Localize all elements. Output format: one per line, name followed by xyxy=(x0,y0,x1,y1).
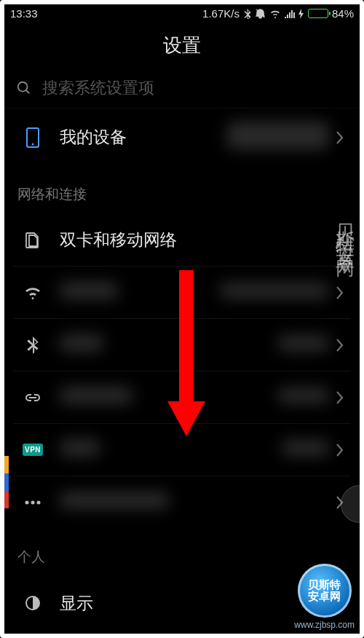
bluetooth-icon xyxy=(243,9,251,19)
brightness-icon xyxy=(16,595,50,611)
link-icon xyxy=(16,393,50,403)
chevron-right-icon xyxy=(329,131,345,144)
row-value xyxy=(278,335,329,355)
page-title: 设置 xyxy=(4,23,360,71)
svg-point-0 xyxy=(18,82,28,92)
wifi-icon xyxy=(269,9,281,18)
charging-icon xyxy=(298,9,304,19)
section-network: 网络和连接 xyxy=(4,166,360,214)
row-bluetooth[interactable] xyxy=(13,319,351,371)
decoration xyxy=(4,456,9,473)
svg-point-4 xyxy=(31,501,35,505)
chevron-right-icon xyxy=(329,444,345,457)
row-label: 显示 xyxy=(50,592,329,615)
phone-icon xyxy=(16,127,50,148)
chevron-right-icon xyxy=(329,286,345,299)
chevron-right-icon xyxy=(329,339,345,352)
status-right: 1.67K/s 84% xyxy=(202,7,354,20)
row-label: 我的设备 xyxy=(50,126,227,149)
more-icon xyxy=(16,500,50,505)
chevron-right-icon xyxy=(329,234,345,247)
row-sim-cards[interactable]: 双卡和移动网络 xyxy=(13,214,351,267)
status-bar: 13:33 1.67K/s 84% xyxy=(4,4,360,23)
row-my-device[interactable]: 我的设备 xyxy=(13,109,351,166)
row-hotspot[interactable] xyxy=(13,371,351,424)
row-vpn[interactable]: VPN xyxy=(13,424,351,476)
svg-point-5 xyxy=(37,501,41,505)
dnd-icon xyxy=(255,8,266,19)
row-more-connectivity[interactable] xyxy=(13,476,351,529)
vpn-icon: VPN xyxy=(16,444,50,456)
row-label xyxy=(50,334,278,356)
row-display[interactable]: 显示 xyxy=(13,577,351,629)
row-label xyxy=(50,439,282,461)
decoration xyxy=(4,473,9,491)
section-personal: 个人 xyxy=(4,529,360,577)
chevron-right-icon xyxy=(329,391,345,404)
row-label: 双卡和移动网络 xyxy=(50,229,329,251)
chevron-right-icon xyxy=(329,596,345,610)
row-label xyxy=(50,387,278,409)
sim-icon xyxy=(16,232,50,249)
bluetooth-icon xyxy=(16,336,50,354)
search-input[interactable] xyxy=(42,79,348,98)
row-label xyxy=(50,492,329,513)
row-value xyxy=(282,440,329,460)
search-bar[interactable] xyxy=(4,71,360,109)
status-time: 13:33 xyxy=(10,7,38,20)
svg-point-3 xyxy=(25,501,29,505)
row-value xyxy=(220,283,329,302)
decoration xyxy=(4,491,9,508)
row-wlan[interactable] xyxy=(13,267,351,319)
wifi-icon xyxy=(16,286,50,299)
search-icon xyxy=(16,80,32,96)
signal-icon xyxy=(285,9,295,18)
row-value xyxy=(227,122,329,153)
battery-percent: 84% xyxy=(332,7,354,20)
row-value xyxy=(278,387,329,407)
battery-icon xyxy=(308,9,328,18)
svg-point-2 xyxy=(32,143,34,145)
row-label xyxy=(50,282,220,304)
network-speed: 1.67K/s xyxy=(202,7,240,20)
